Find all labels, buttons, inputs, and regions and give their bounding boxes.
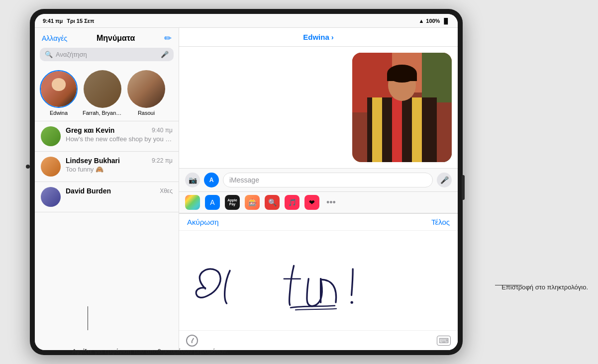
input-placeholder: iMessage <box>229 176 259 184</box>
handwriting-footer <box>179 330 458 350</box>
message-time-david: Χθες <box>160 187 173 194</box>
main-content: Αλλαγές Μηνύματα ✏ 🔍 Αναζήτηση 🎤 <box>35 28 458 350</box>
pinned-name-edwina: Edwina <box>50 110 68 116</box>
pinned-contacts-row: Edwina Farrah, Bryan κι ... Rasoui <box>35 66 179 121</box>
input-area: 📷 A iMessage 🎤 <box>179 168 458 191</box>
message-name-greg: Greg και Kevin <box>66 126 114 134</box>
status-date: Τρι 15 Σεπ <box>67 18 94 24</box>
sidebar-title: Μηνύματα <box>97 34 135 43</box>
pinned-name-group: Farrah, Bryan κι ... <box>83 110 122 116</box>
contact-name[interactable]: Edwina <box>303 33 329 41</box>
annotation-right: Επιστροφή στο πληκτρολόγιο. <box>501 283 588 292</box>
audio-button[interactable]: 🎤 <box>437 173 452 187</box>
message-content-lindsey: Lindsey Bukhari 9:22 πμ Too funny 🙈 <box>66 157 173 173</box>
music-strip-icon[interactable]: 🎵 <box>285 195 299 210</box>
message-preview-greg: How's the new coffee shop by you guys? <box>66 135 173 143</box>
svg-point-11 <box>351 301 353 304</box>
ipad-frame: 9:41 πμ Τρι 15 Σεπ ▲ 100% ▐▌ Αλλαγές Μην… <box>30 9 463 355</box>
list-item[interactable]: Lindsey Bukhari 9:22 πμ Too funny 🙈 <box>35 152 179 182</box>
wifi-icon: ▲ <box>418 18 424 24</box>
message-input[interactable]: iMessage <box>223 173 433 187</box>
heart-strip-icon[interactable]: ❤ <box>304 195 319 210</box>
search-bar[interactable]: 🔍 Αναζήτηση 🎤 <box>40 48 174 61</box>
clock-icon[interactable] <box>186 335 198 347</box>
pinned-avatar-rasoui <box>127 70 165 108</box>
ipad-screen: 9:41 πμ Τρι 15 Σεπ ▲ 100% ▐▌ Αλλαγές Μην… <box>35 14 458 350</box>
battery-label: 100% <box>426 18 440 24</box>
pinned-name-rasoui: Rasoui <box>138 110 155 116</box>
handwriting-controls: Ακύρωση Τέλος <box>179 214 458 231</box>
status-time: 9:41 πμ <box>43 18 63 24</box>
sidebar: Αλλαγές Μηνύματα ✏ 🔍 Αναζήτηση 🎤 <box>35 28 179 350</box>
battery-icon: ▐▌ <box>442 18 450 24</box>
message-content-greg: Greg και Kevin 9:40 πμ How's the new cof… <box>66 126 173 143</box>
camera-button[interactable]: 📷 <box>185 173 200 187</box>
message-time-lindsey: 9:22 πμ <box>152 157 173 164</box>
done-button[interactable]: Τέλος <box>431 218 450 226</box>
message-name-lindsey: Lindsey Bukhari <box>66 157 120 165</box>
status-bar: 9:41 πμ Τρι 15 Σεπ ▲ 100% ▐▌ <box>35 14 458 28</box>
game-strip-icon[interactable]: 🎰 <box>245 195 260 210</box>
message-time-greg: 9:40 πμ <box>152 127 173 134</box>
search-strip-icon[interactable]: 🔍 <box>265 195 280 210</box>
message-header-david: David Burden Χθες <box>66 187 173 195</box>
search-icon: 🔍 <box>45 51 53 58</box>
handwriting-canvas[interactable] <box>179 231 458 330</box>
chat-photo-area <box>179 47 458 168</box>
keyboard-icon[interactable] <box>437 336 451 346</box>
pinned-contact-rasoui[interactable]: Rasoui <box>127 70 165 116</box>
status-indicators: ▲ 100% ▐▌ <box>418 18 450 24</box>
handwriting-svg <box>179 231 458 330</box>
more-icon[interactable]: ••• <box>326 197 336 208</box>
cancel-button[interactable]: Ακύρωση <box>187 218 219 226</box>
back-button[interactable]: Αλλαγές <box>42 34 67 42</box>
message-header-lindsey: Lindsey Bukhari 9:22 πμ <box>66 157 173 165</box>
message-header-greg: Greg και Kevin 9:40 πμ <box>66 126 173 134</box>
app-strip: A ApplePay 🎰 🔍 🎵 ❤ ••• <box>179 191 458 213</box>
svg-rect-3 <box>422 53 452 102</box>
chat-header: Edwina › <box>179 28 458 47</box>
avatar-greg <box>41 126 61 146</box>
avatar-david <box>41 187 61 207</box>
avatar-lindsey <box>41 157 61 177</box>
mic-icon: 🎤 <box>161 51 169 58</box>
annotation-line-bottom <box>88 306 88 330</box>
applepay-strip-icon[interactable]: ApplePay <box>225 195 240 210</box>
pinned-contact-group[interactable]: Farrah, Bryan κι ... <box>83 70 122 116</box>
pinned-contact-edwina[interactable]: Edwina <box>40 70 78 116</box>
pinned-avatar-edwina <box>40 70 78 108</box>
photos-strip-icon[interactable] <box>185 195 200 210</box>
side-dot <box>26 165 30 169</box>
svg-rect-10 <box>387 74 417 81</box>
appstore-strip-icon[interactable]: A <box>205 195 220 210</box>
handwriting-area: Ακύρωση Τέλος <box>179 213 458 350</box>
home-button[interactable] <box>462 175 465 200</box>
chevron-right-icon: › <box>331 33 334 41</box>
svg-rect-7 <box>412 97 422 162</box>
search-placeholder: Αναζήτηση <box>56 51 87 58</box>
list-item[interactable]: Greg και Kevin 9:40 πμ How's the new cof… <box>35 121 179 152</box>
message-content-david: David Burden Χθες <box>66 187 173 195</box>
message-list: Greg και Kevin 9:40 πμ How's the new cof… <box>35 121 179 350</box>
message-preview-lindsey: Too funny 🙈 <box>66 166 173 173</box>
annotation-bottom: Αγγίξτε για εμφάνιση των αποθηκευμένων μ… <box>72 348 228 355</box>
svg-rect-5 <box>372 97 382 162</box>
list-item[interactable]: David Burden Χθες <box>35 182 179 212</box>
photo-bubble <box>352 53 452 162</box>
app-store-button[interactable]: A <box>204 173 219 187</box>
sidebar-header: Αλλαγές Μηνύματα ✏ <box>35 28 179 48</box>
compose-button[interactable]: ✏ <box>164 33 172 44</box>
chat-area: Edwina › <box>179 28 458 350</box>
svg-rect-6 <box>392 97 402 162</box>
pinned-avatar-group <box>84 70 121 108</box>
message-name-david: David Burden <box>66 187 111 195</box>
